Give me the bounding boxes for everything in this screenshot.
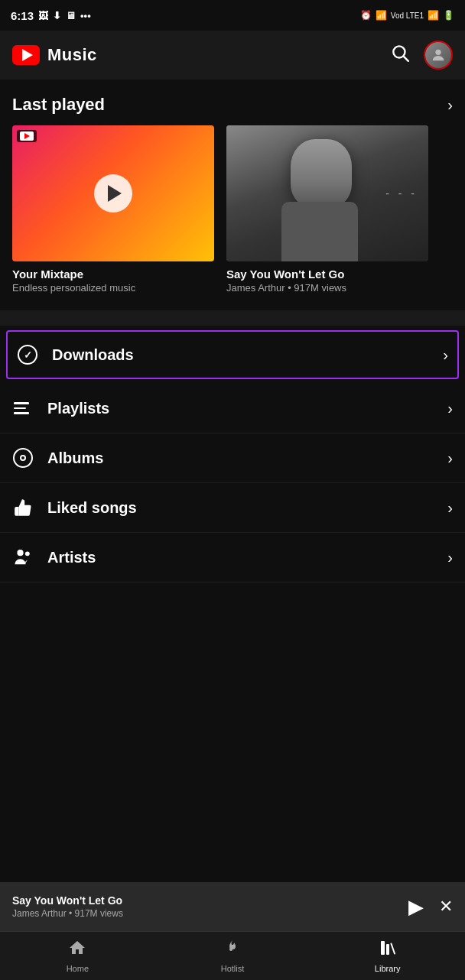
status-more-icon: •••	[80, 10, 91, 21]
playlist-line-2	[14, 407, 26, 410]
video-dashes: - - -	[385, 187, 418, 200]
playlist-line-1	[14, 402, 29, 404]
card-mixtape-subtitle: Endless personalized music	[12, 282, 214, 294]
yt-badge-play-icon	[24, 133, 30, 139]
download-check-icon: ✓	[17, 344, 38, 365]
playlists-item-left: Playlists	[12, 398, 109, 419]
card-james-arthur-info: Say You Won't Let Go James Arthur • 917M…	[226, 261, 428, 294]
library-item-liked-songs[interactable]: Liked songs ›	[0, 483, 465, 533]
section-divider	[0, 310, 465, 326]
alarm-icon: ⏰	[360, 10, 372, 21]
svg-rect-5	[381, 941, 385, 955]
thumbsup-icon	[12, 497, 34, 518]
search-button[interactable]	[390, 43, 410, 67]
artists-svg	[12, 547, 34, 568]
home-svg	[68, 939, 86, 957]
mini-player-title: Say You Won't Let Go	[12, 894, 408, 907]
top-nav-bar: Music	[0, 31, 465, 80]
checkmark-symbol: ✓	[24, 349, 32, 361]
avatar-image	[425, 42, 451, 68]
status-time: 6:13 🖼 ⬇ 🖥 •••	[11, 9, 91, 22]
main-content: Last played ›	[0, 80, 465, 644]
network-label: Vod LTE1	[391, 11, 424, 20]
card-james-arthur-subtitle: James Arthur • 917M views	[226, 282, 428, 294]
mini-player-subtitle: James Arthur • 917M views	[12, 908, 408, 919]
svg-point-2	[435, 50, 441, 55]
logo-area: Music	[12, 45, 97, 65]
mini-play-button[interactable]: ▶	[408, 895, 424, 919]
status-right-icons: ⏰ 📶 Vod LTE1 📶 🔋	[360, 10, 454, 21]
status-image-icon: 🖼	[38, 10, 48, 21]
albums-item-left: Albums	[12, 447, 103, 469]
card-james-arthur[interactable]: - - - Say You Won't Let Go James Arthur …	[226, 125, 428, 294]
card-mixtape-thumbnail	[12, 125, 214, 261]
james-arthur-artwork: - - -	[226, 125, 428, 261]
mini-player[interactable]: Say You Won't Let Go James Arthur • 917M…	[0, 882, 465, 931]
play-button-overlay	[94, 174, 132, 213]
fire-svg	[223, 939, 242, 957]
library-item-albums[interactable]: Albums ›	[0, 433, 465, 483]
mixtape-artwork	[12, 125, 214, 261]
status-bar: 6:13 🖼 ⬇ 🖥 ••• ⏰ 📶 Vod LTE1 📶 🔋	[0, 0, 465, 31]
album-circle	[13, 448, 33, 468]
card-james-arthur-thumbnail: - - -	[226, 125, 428, 261]
albums-label: Albums	[47, 449, 103, 467]
youtube-logo	[12, 45, 40, 65]
downloads-chevron: ›	[443, 346, 448, 364]
library-item-playlists[interactable]: Playlists ›	[0, 384, 465, 433]
liked-songs-label: Liked songs	[47, 499, 137, 517]
svg-line-1	[404, 57, 408, 61]
playlist-lines	[14, 402, 32, 414]
thumbsup-svg	[13, 498, 33, 518]
library-icon	[379, 939, 397, 962]
library-list: ✓ Downloads › Playlists ›	[0, 330, 465, 582]
svg-point-4	[25, 551, 30, 556]
liked-songs-item-left: Liked songs	[12, 497, 137, 518]
play-circle	[94, 174, 132, 213]
svg-point-3	[17, 550, 23, 556]
playlist-line-3	[14, 412, 29, 414]
person-body	[281, 202, 358, 261]
mini-close-button[interactable]: ✕	[439, 897, 453, 917]
card-mixtape[interactable]: Your Mixtape Endless personalized music	[12, 125, 214, 294]
last-played-chevron[interactable]: ›	[447, 96, 453, 114]
time-display: 6:13	[11, 9, 34, 22]
download-check-circle: ✓	[18, 345, 37, 365]
card-mixtape-info: Your Mixtape Endless personalized music	[12, 261, 214, 294]
battery-icon: 🔋	[443, 10, 454, 21]
home-icon	[68, 939, 86, 962]
library-svg	[379, 939, 397, 957]
wifi-icon: 📶	[376, 10, 387, 21]
library-item-artists[interactable]: Artists ›	[0, 533, 465, 582]
youtube-play-icon	[22, 49, 33, 61]
downloads-label: Downloads	[52, 346, 134, 364]
nav-tab-home[interactable]: Home	[0, 939, 155, 973]
artists-chevron: ›	[447, 549, 453, 566]
card-james-arthur-title: Say You Won't Let Go	[226, 268, 428, 281]
nav-tab-hotlist[interactable]: Hotlist	[155, 939, 311, 973]
artists-icon	[12, 547, 34, 568]
last-played-header: Last played ›	[0, 80, 465, 125]
yt-badge	[17, 130, 37, 142]
library-item-downloads[interactable]: ✓ Downloads ›	[6, 330, 459, 379]
person-icon	[430, 47, 447, 63]
signal-icon: 📶	[428, 10, 439, 21]
mini-player-info: Say You Won't Let Go James Arthur • 917M…	[12, 894, 408, 919]
home-tab-label: Home	[67, 964, 89, 973]
artists-label: Artists	[47, 549, 96, 566]
person-head	[291, 139, 352, 208]
artists-item-left: Artists	[12, 547, 96, 568]
last-played-cards: Your Mixtape Endless personalized music …	[0, 125, 465, 294]
bottom-nav: Home Hotlist Library	[0, 931, 465, 980]
svg-rect-6	[386, 944, 389, 955]
hotlist-tab-label: Hotlist	[221, 964, 245, 973]
status-screen-icon: 🖥	[66, 10, 76, 21]
nav-tab-library[interactable]: Library	[310, 939, 465, 973]
search-icon	[390, 43, 410, 63]
user-avatar[interactable]	[424, 41, 453, 70]
album-icon	[12, 447, 34, 469]
album-center-dot	[20, 455, 26, 461]
play-triangle-icon	[108, 185, 122, 202]
nav-icons	[390, 41, 453, 70]
albums-chevron: ›	[447, 449, 453, 467]
